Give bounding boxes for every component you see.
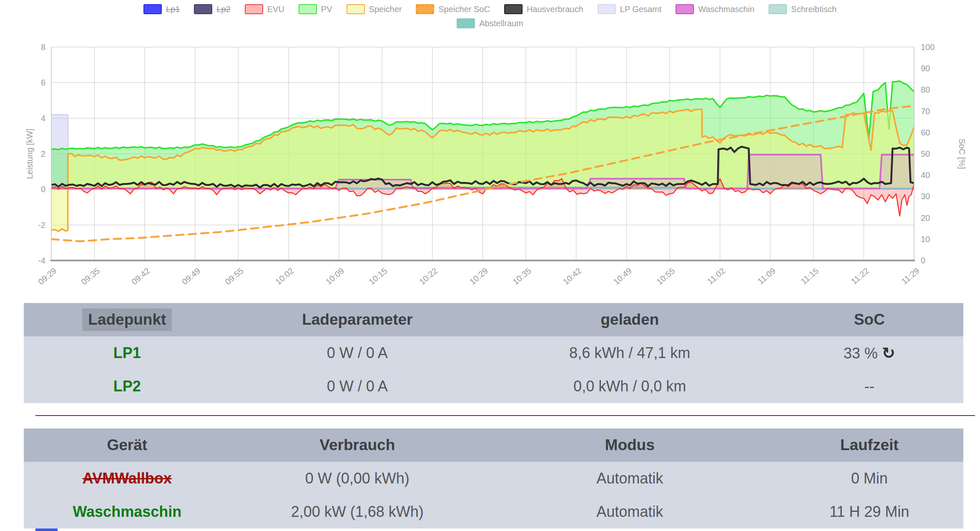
- x-tick: 10:09: [324, 266, 346, 286]
- y-left-tick: 8: [41, 43, 45, 52]
- cell-text: 0 W / 0 A: [327, 344, 388, 361]
- bottom-partial-element: [35, 528, 58, 531]
- device-header-verbrauch: Verbrauch: [231, 436, 484, 454]
- cell-text: --: [864, 378, 874, 395]
- x-tick: 10:02: [274, 266, 295, 286]
- y-right-tick: 60: [921, 128, 930, 137]
- y-left-tick: 6: [41, 78, 45, 87]
- cell-text: 0 Min: [851, 470, 888, 487]
- device-row-waschmaschin-ger-t[interactable]: Waschmaschin: [24, 503, 231, 521]
- device-row-avmwallbox-verbrauch: 0 W (0,00 kWh): [231, 470, 484, 487]
- cell-text: LP2: [113, 378, 141, 395]
- y-right-tick: 70: [921, 107, 930, 116]
- y-right-tick: 30: [921, 192, 930, 201]
- y-right-tick: 10: [921, 235, 930, 244]
- y-left-tick: 0: [41, 185, 45, 194]
- cell-text: LP1: [113, 344, 141, 361]
- section-divider: [35, 415, 975, 416]
- cell-text: Automatik: [596, 503, 663, 520]
- x-tick: 11:29: [900, 266, 921, 286]
- x-tick: 11:15: [799, 266, 820, 286]
- x-tick: 09:49: [180, 266, 202, 286]
- device-row-avmwallbox: AVMWallbox0 W (0,00 kWh)Automatik0 Min: [24, 462, 963, 495]
- y-right-tick: 100: [921, 43, 935, 52]
- x-tick: 11:22: [849, 266, 871, 286]
- chargepoint-table: LadepunktLadeparametergeladenSoCLP10 W /…: [24, 303, 963, 403]
- x-tick: 10:55: [655, 266, 676, 286]
- device-header-ger-t: Gerät: [24, 436, 231, 454]
- cell-text: 33 %: [844, 345, 878, 362]
- cell-text: Automatik: [596, 470, 663, 487]
- y-left-tick: 4: [41, 114, 45, 123]
- x-tick: 10:35: [511, 266, 533, 286]
- device-header-laufzeit: Laufzeit: [775, 436, 963, 454]
- x-tick: 10:15: [367, 266, 389, 286]
- x-tick: 11:09: [756, 266, 777, 286]
- y-left-axis-title: Leistung [kW]: [25, 128, 34, 179]
- chargepoint-row-lp1-soc: 33 %↻: [775, 344, 963, 362]
- chargepoint-header-geladen: geladen: [484, 311, 775, 328]
- device-row-waschmaschin-verbrauch: 2,00 kW (1,68 kWh): [231, 503, 484, 521]
- y-right-tick: 80: [921, 85, 930, 94]
- x-tick: 09:42: [130, 266, 151, 286]
- y-right-tick: 50: [921, 149, 930, 158]
- chargepoint-row-lp1: LP10 W / 0 A8,6 kWh / 47,1 km33 %↻: [24, 336, 963, 370]
- y-right-tick: 40: [921, 170, 930, 180]
- x-tick: 10:49: [611, 266, 633, 286]
- x-tick: 09:29: [36, 266, 58, 286]
- y-right-tick: 20: [921, 213, 930, 223]
- chargepoint-row-lp2-ladepunkt[interactable]: LP2: [24, 378, 231, 395]
- cell-text: 8,6 kWh / 47,1 km: [569, 344, 690, 361]
- soc-refresh-icon[interactable]: ↻: [882, 344, 895, 362]
- cell-text: 0 W (0,00 kWh): [305, 470, 410, 487]
- device-header-row: GerätVerbrauchModusLaufzeit: [24, 428, 963, 462]
- y-left-tick: -4: [38, 256, 45, 265]
- chargepoint-row-lp1-geladen: 8,6 kWh / 47,1 km: [484, 344, 775, 362]
- x-tick: 10:42: [561, 266, 583, 286]
- chargepoint-header-soc: SoC: [775, 311, 963, 328]
- x-tick: 10:29: [468, 266, 490, 286]
- y-left-tick: 2: [41, 149, 45, 158]
- y-right-axis-title: SoC [%]: [957, 138, 967, 169]
- cell-text: 2,00 kW (1,68 kWh): [291, 503, 424, 520]
- cell-text: 0 W / 0 A: [327, 378, 388, 395]
- device-row-avmwallbox-laufzeit: 0 Min: [775, 470, 963, 487]
- chargepoint-row-lp2-geladen: 0,0 kWh / 0,0 km: [484, 378, 775, 395]
- x-tick: 09:55: [223, 266, 245, 286]
- cell-text: 0,0 kWh / 0,0 km: [573, 378, 686, 395]
- openwb-dashboard: Lp1Lp2EVUPVSpeicherSpeicher SoCHausverbr…: [0, 0, 980, 531]
- device-row-waschmaschin-modus: Automatik: [484, 503, 775, 521]
- y-right-tick: 0: [921, 256, 925, 265]
- cell-text: AVMWallbox: [83, 470, 172, 487]
- chargepoint-row-lp2-soc: --: [775, 378, 963, 395]
- chargepoint-header-ladeparameter: Ladeparameter: [231, 311, 484, 328]
- device-row-waschmaschin-laufzeit: 11 H 29 Min: [775, 503, 963, 521]
- y-right-tick: 90: [921, 64, 930, 73]
- chargepoint-row-lp1-ladeparameter: 0 W / 0 A: [231, 344, 484, 362]
- chargepoint-header-ladepunkt: Ladepunkt: [24, 308, 231, 331]
- x-tick: 10:22: [417, 266, 439, 286]
- x-tick: 09:35: [80, 266, 101, 286]
- device-row-avmwallbox-ger-t[interactable]: AVMWallbox: [24, 470, 231, 487]
- chargepoint-header-row: LadepunktLadeparametergeladenSoC: [24, 303, 963, 336]
- chargepoint-row-lp2-ladeparameter: 0 W / 0 A: [231, 378, 484, 395]
- power-soc-chart: 86420-2-4100908070605040302010009:2909:3…: [0, 0, 980, 302]
- cell-text: Waschmaschin: [73, 503, 181, 520]
- y-left-tick: -2: [38, 220, 45, 230]
- cell-text: 11 H 29 Min: [829, 503, 909, 520]
- chargepoint-row-lp1-ladepunkt[interactable]: LP1: [24, 344, 231, 362]
- device-row-avmwallbox-modus: Automatik: [484, 470, 775, 487]
- x-tick: 11:02: [706, 266, 727, 286]
- device-row-waschmaschin: Waschmaschin2,00 kW (1,68 kWh)Automatik1…: [24, 495, 963, 528]
- chargepoint-header-highlight: Ladepunkt: [82, 308, 172, 331]
- device-header-modus: Modus: [484, 436, 775, 454]
- chargepoint-row-lp2: LP20 W / 0 A0,0 kWh / 0,0 km--: [24, 370, 963, 403]
- device-table: GerätVerbrauchModusLaufzeitAVMWallbox0 W…: [24, 428, 963, 528]
